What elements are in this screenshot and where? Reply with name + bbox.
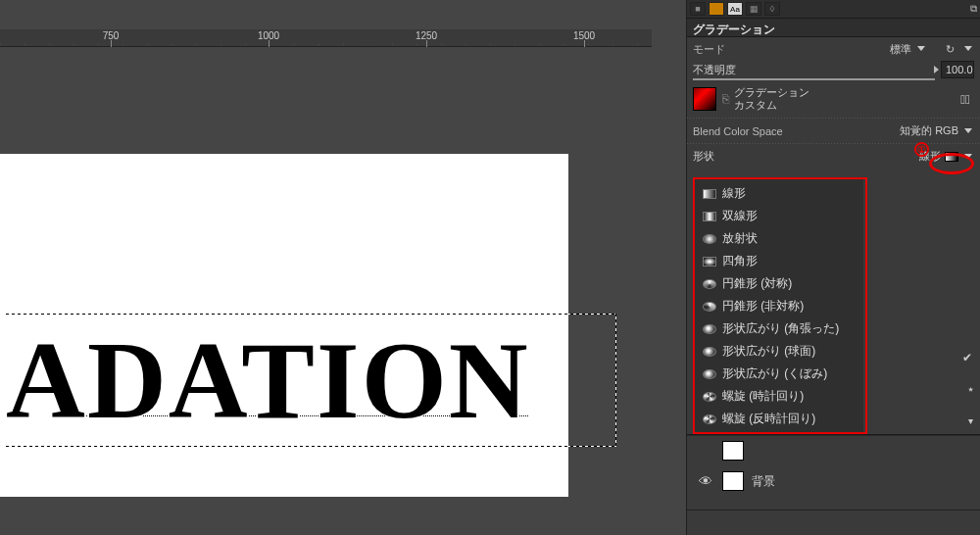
blend-space-row: Blend Color Space 知覚的 RGB	[687, 121, 980, 141]
shape-option-label: 円錐形 (非対称)	[722, 298, 804, 315]
shape-option-icon	[703, 369, 716, 379]
shape-option[interactable]: 円錐形 (非対称)	[695, 295, 863, 317]
chevron-down-icon[interactable]	[962, 125, 974, 137]
lock-icon[interactable]: ⭑	[968, 382, 973, 396]
layer-thumbnail[interactable]	[722, 441, 744, 461]
shape-option-label: 放射状	[722, 230, 758, 247]
edit-gradient-icon[interactable]: ✎⃞	[956, 90, 974, 108]
tab-tool-options[interactable]: ■	[690, 2, 706, 16]
canvas-area: 750 1000 1250 1500 ADATION	[0, 0, 652, 535]
shape-option[interactable]: 形状広がり (球面)	[695, 340, 863, 363]
gradient-swatch[interactable]	[693, 87, 716, 111]
horizontal-ruler: 750 1000 1250 1500	[0, 29, 652, 47]
ruler-tick: 1500	[569, 30, 599, 41]
shape-option[interactable]: 形状広がり (くぼみ)	[695, 363, 863, 385]
chevron-down-icon[interactable]	[962, 43, 974, 55]
shape-option[interactable]: 双線形	[695, 205, 863, 227]
separator	[687, 143, 980, 144]
chevron-down-icon	[962, 151, 974, 163]
visibility-eye-icon[interactable]: 👁	[697, 473, 714, 489]
layers-separator	[687, 434, 980, 436]
shape-option-label: 螺旋 (時計回り)	[722, 388, 804, 405]
ruler-tick: 750	[96, 30, 125, 41]
shape-option-icon	[703, 189, 716, 199]
shape-linear-icon	[945, 152, 958, 162]
shape-option-label: 双線形	[722, 208, 758, 224]
shape-option-label: 形状広がり (くぼみ)	[722, 365, 827, 382]
selection-marquee-right	[615, 314, 616, 446]
chevron-down-icon[interactable]	[915, 43, 927, 55]
mode-value[interactable]: 標準	[890, 42, 911, 57]
panel-restore-icon[interactable]: ⧉	[966, 2, 980, 16]
gradient-preset-value: カスタム	[734, 99, 953, 112]
shape-option[interactable]: 円錐形 (対称)	[695, 272, 863, 295]
shape-option-icon	[703, 234, 716, 244]
canvas-text-layer: ADATION	[0, 319, 612, 441]
shape-option-icon	[703, 347, 716, 357]
shape-option-icon	[703, 302, 716, 312]
opacity-row[interactable]: 不透明度 100.0	[687, 61, 980, 82]
tab-gradient[interactable]: ▦	[746, 2, 761, 16]
opacity-label: 不透明度	[693, 63, 736, 77]
selection-marquee-top	[6, 314, 616, 315]
tool-options-panel: ■ Aa ▦ ◊ ⧉ グラデーション モード 標準 ↻ 不透明度 100.0 ⎘…	[686, 0, 980, 535]
ruler-tick: 1000	[254, 30, 283, 41]
shape-dropdown-list[interactable]: 線形双線形放射状四角形円錐形 (対称)円錐形 (非対称)形状広がり (角張った)…	[695, 179, 863, 433]
checkmark-icon[interactable]: ✔	[962, 351, 972, 365]
panel-title: グラデーション	[687, 18, 980, 37]
shape-option[interactable]: 線形	[695, 182, 863, 205]
shape-option-icon	[703, 392, 716, 402]
opacity-value[interactable]: 100.0	[941, 61, 974, 78]
annotation-number-1: ①	[914, 142, 929, 157]
tab-brush[interactable]	[709, 2, 724, 16]
selection-marquee-bottom	[6, 446, 616, 447]
layer-row[interactable]: 👁	[687, 438, 976, 463]
blend-space-value[interactable]: 知覚的 RGB	[900, 123, 958, 138]
shape-option-label: 螺旋 (反時計回り)	[722, 411, 815, 427]
separator	[687, 118, 980, 119]
shape-option-icon	[703, 324, 716, 334]
shape-row: 形状 線形	[687, 146, 980, 169]
shape-option-label: 形状広がり (球面)	[722, 343, 815, 360]
shape-option[interactable]: 四角形	[695, 250, 863, 272]
mode-row: モード 標準 ↻	[687, 37, 980, 61]
mode-label: モード	[693, 42, 725, 57]
spinner-icon[interactable]	[934, 66, 939, 73]
shape-option-icon	[703, 257, 716, 267]
shape-label: 形状	[693, 149, 714, 164]
panel-footer	[687, 510, 980, 535]
shape-option-icon	[703, 414, 716, 424]
shape-option-label: 線形	[722, 185, 746, 202]
shape-option[interactable]: 形状広がり (角張った)	[695, 317, 863, 340]
shape-option[interactable]: 放射状	[695, 227, 863, 250]
gradient-name-label: グラデーション	[734, 86, 953, 99]
shape-option-icon	[703, 279, 716, 289]
layer-row[interactable]: 👁 背景	[687, 468, 976, 494]
opacity-slider-fill	[693, 78, 935, 80]
shape-option[interactable]: 螺旋 (時計回り)	[695, 385, 863, 408]
expand-icon[interactable]: ▾	[968, 415, 973, 426]
tab-more[interactable]: ◊	[764, 2, 780, 16]
ruler-tick: 1250	[412, 30, 441, 41]
link-icon[interactable]: ⎘	[720, 87, 730, 111]
shape-option[interactable]: 螺旋 (反時計回り)	[695, 408, 863, 430]
gradient-chooser-row: ⎘ グラデーション カスタム ✎⃞	[687, 82, 980, 116]
reset-mode-icon[interactable]: ↻	[941, 40, 958, 58]
tab-text[interactable]: Aa	[727, 2, 743, 16]
blend-space-label: Blend Color Space	[693, 125, 783, 137]
dock-tabs[interactable]: ■ Aa ▦ ◊ ⧉	[687, 0, 980, 18]
layer-name[interactable]: 背景	[752, 473, 775, 490]
layer-thumbnail[interactable]	[722, 471, 744, 491]
visibility-eye-icon[interactable]: 👁	[697, 443, 714, 459]
shape-option-label: 形状広がり (角張った)	[722, 320, 839, 337]
shape-option-icon	[703, 212, 716, 221]
shape-option-label: 円錐形 (対称)	[722, 275, 792, 292]
shape-option-label: 四角形	[722, 253, 758, 269]
